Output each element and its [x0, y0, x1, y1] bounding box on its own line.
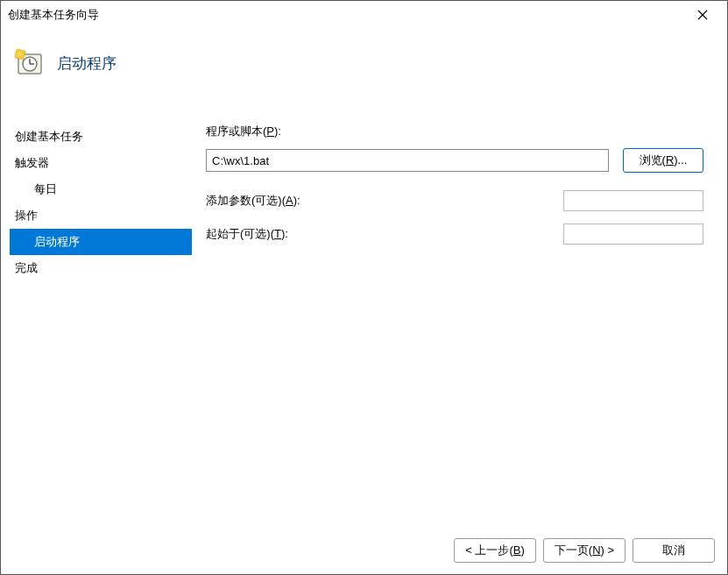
wizard-header: 启动程序 — [1, 29, 727, 97]
step-create-basic-task[interactable]: 创建基本任务 — [10, 124, 192, 150]
startin-label: 起始于(可选)(T): — [206, 226, 563, 242]
program-input-row: 浏览(R)... — [206, 148, 706, 173]
startin-row: 起始于(可选)(T): — [206, 222, 706, 246]
startin-input[interactable] — [563, 224, 703, 245]
step-finish[interactable]: 完成 — [10, 255, 192, 281]
wizard-steps-sidebar: 创建基本任务 触发器 每日 操作 启动程序 完成 — [10, 124, 192, 527]
step-action-start-program[interactable]: 启动程序 — [10, 229, 192, 255]
step-trigger-daily[interactable]: 每日 — [10, 176, 192, 202]
next-button[interactable]: 下一页(N) > — [543, 538, 626, 563]
wizard-footer: < 上一步(B) 下一页(N) > 取消 — [1, 527, 727, 574]
program-script-input[interactable] — [206, 149, 609, 172]
task-scheduler-icon — [13, 47, 45, 79]
wizard-form: 程序或脚本(P): 浏览(R)... 添加参数(可选)(A): 起始于(可选)(… — [192, 124, 718, 527]
step-action[interactable]: 操作 — [10, 202, 192, 229]
window-title: 创建基本任务向导 — [8, 7, 685, 23]
program-label-row: 程序或脚本(P): — [206, 124, 706, 139]
arguments-label: 添加参数(可选)(A): — [206, 193, 563, 209]
step-trigger[interactable]: 触发器 — [10, 150, 192, 176]
browse-button[interactable]: 浏览(R)... — [623, 148, 703, 173]
wizard-body: 创建基本任务 触发器 每日 操作 启动程序 完成 程序或脚本(P): 浏览(R)… — [1, 97, 727, 527]
arguments-row: 添加参数(可选)(A): — [206, 188, 706, 213]
program-script-label: 程序或脚本(P): — [206, 124, 281, 139]
back-button[interactable]: < 上一步(B) — [454, 538, 536, 563]
close-button[interactable] — [685, 3, 720, 27]
wizard-window: 创建基本任务向导 启动程序 创建基本任务 触发器 每日 操作 启动程序 完成 — [0, 0, 728, 575]
titlebar: 创建基本任务向导 — [1, 1, 727, 29]
cancel-button[interactable]: 取消 — [633, 538, 715, 563]
close-icon — [697, 10, 708, 20]
page-title: 启动程序 — [57, 53, 117, 74]
arguments-input[interactable] — [563, 190, 703, 211]
